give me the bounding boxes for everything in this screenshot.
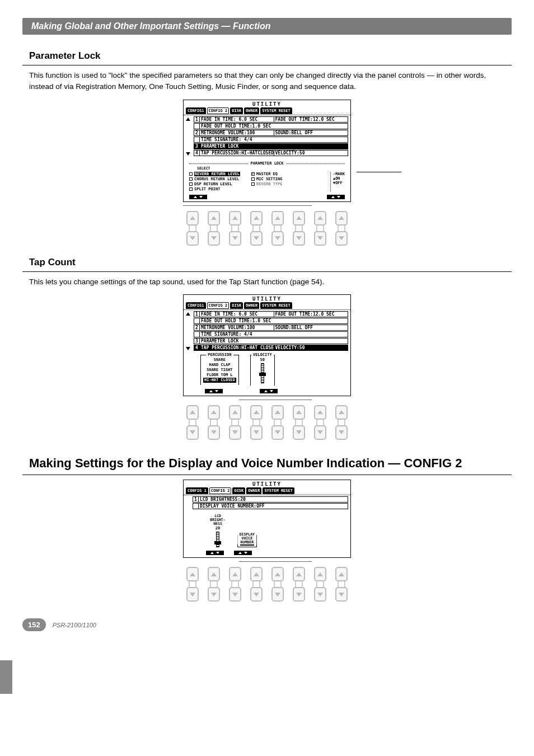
button-link: [252, 581, 260, 587]
row-number: 4: [194, 151, 200, 156]
percussion-label: PERCUSSION: [206, 353, 233, 357]
down-button[interactable]: [186, 425, 199, 440]
down-button[interactable]: [229, 231, 241, 246]
button-pair: [312, 567, 328, 602]
button-link: [210, 581, 218, 587]
button-link: [338, 581, 345, 587]
triangle-down-icon: [296, 236, 302, 240]
triangle-down-icon: [317, 593, 323, 597]
triangle-down-icon: [232, 236, 238, 240]
lcd-tabrow: CONFIG 1 CONFIG 2 DISK OWNER SYSTEM RESE…: [184, 487, 350, 495]
fieldset-legend: PARAMETER LOCK: [248, 161, 285, 166]
up-button[interactable]: [271, 405, 284, 420]
down-button[interactable]: [250, 425, 263, 440]
up-button[interactable]: [229, 211, 241, 226]
up-button[interactable]: [186, 567, 199, 581]
triangle-up-icon: [317, 410, 323, 414]
up-button[interactable]: [229, 405, 241, 420]
up-button[interactable]: [335, 211, 348, 226]
up-button[interactable]: [250, 405, 263, 420]
button-pair: [291, 567, 307, 602]
up-button[interactable]: [250, 211, 263, 226]
velocity-box: VELOCITY 50: [250, 355, 275, 386]
up-button[interactable]: [229, 567, 241, 581]
down-button[interactable]: [208, 587, 220, 602]
down-button[interactable]: [335, 231, 348, 246]
lcd-tabrow: CONFIG1 CONFIG 2 DISK OWNER SYSTEM RESET: [184, 302, 350, 310]
checkbox-label: REVERB TYPE: [256, 182, 282, 186]
up-button[interactable]: [335, 567, 348, 581]
button-link: [210, 226, 218, 231]
up-button[interactable]: [314, 567, 326, 581]
lcd-title: UTILITY: [184, 295, 350, 302]
checkbox-item: CHORUS RETURN LEVEL: [189, 177, 240, 181]
down-button[interactable]: [335, 587, 348, 602]
tab-owner: OWNER: [244, 107, 259, 114]
down-button[interactable]: [186, 587, 199, 602]
up-button[interactable]: [271, 567, 284, 581]
triangle-down-icon: [254, 593, 259, 597]
triangle-up-icon: [190, 410, 195, 414]
row-cell-right: FADE OUT TIME:12.0 sec: [274, 117, 348, 122]
down-button[interactable]: [229, 587, 241, 602]
up-button[interactable]: [293, 405, 305, 420]
down-button[interactable]: [208, 425, 220, 440]
up-button[interactable]: [314, 211, 326, 226]
button-pair: [185, 405, 200, 440]
button-pair: [185, 211, 200, 246]
checkbox-item: REVERB RETURN LEVEL: [189, 172, 240, 176]
triangle-up-icon: [211, 216, 217, 220]
down-button[interactable]: [293, 425, 305, 440]
down-button[interactable]: [208, 231, 220, 246]
up-button[interactable]: [335, 405, 348, 420]
down-button[interactable]: [229, 425, 241, 440]
button-link: [231, 226, 239, 231]
button-pair: [270, 567, 285, 602]
button-pair: [312, 405, 328, 440]
up-button[interactable]: [314, 405, 326, 420]
divider: [22, 475, 512, 475]
down-button[interactable]: [293, 231, 305, 246]
down-button[interactable]: [271, 587, 284, 602]
arrow-down-icon: [186, 152, 190, 156]
model-name: PSR-2100/1100: [53, 622, 96, 628]
up-button[interactable]: [208, 405, 220, 420]
down-button[interactable]: [250, 231, 263, 246]
up-button[interactable]: [293, 567, 305, 581]
page-footer: 152 PSR-2100/1100: [22, 618, 512, 631]
down-button[interactable]: [314, 587, 326, 602]
on-label: ▲ON: [333, 176, 345, 181]
down-button[interactable]: [271, 425, 284, 440]
button-pair: [227, 567, 243, 602]
button-pair: [291, 405, 307, 440]
checkbox-icon: [251, 177, 255, 181]
footer-bar-left: [189, 195, 207, 199]
percussion-item: HI-HAT CLOSED: [203, 378, 236, 383]
triangle-down-icon: [211, 593, 217, 597]
up-button[interactable]: [271, 211, 284, 226]
triangle-down-icon: [339, 593, 344, 597]
triangle-up-icon: [232, 572, 238, 576]
lcd-row: 1FADE IN TIME: 6.0 secFADE OUT TIME:12.0…: [194, 116, 348, 123]
down-button[interactable]: [335, 425, 348, 440]
lcd-list: 1FADE IN TIME: 6.0 secFADE OUT TIME:12.0…: [184, 310, 350, 353]
row-cell-left: FADE IN TIME: 6.0 sec: [200, 312, 274, 317]
up-button[interactable]: [186, 405, 199, 420]
button-pair: [185, 567, 200, 602]
down-button[interactable]: [314, 231, 326, 246]
up-button[interactable]: [293, 211, 305, 226]
up-button[interactable]: [208, 567, 220, 581]
button-strip-2: [172, 400, 362, 440]
heading-tap-count: Tap Count: [29, 257, 512, 268]
up-button[interactable]: [186, 211, 199, 226]
heading-config2: Making Settings for the Display and Voic…: [29, 456, 512, 472]
triangle-down-icon: [232, 430, 238, 434]
down-button[interactable]: [186, 231, 199, 246]
down-button[interactable]: [271, 231, 284, 246]
down-button[interactable]: [250, 587, 263, 602]
lcd-list: 1LCD BRIGHTNESS:20 DISPLAY VOICE NUMBER:…: [184, 495, 350, 511]
up-button[interactable]: [208, 211, 220, 226]
down-button[interactable]: [314, 425, 326, 440]
down-button[interactable]: [293, 587, 305, 602]
up-button[interactable]: [250, 567, 263, 581]
